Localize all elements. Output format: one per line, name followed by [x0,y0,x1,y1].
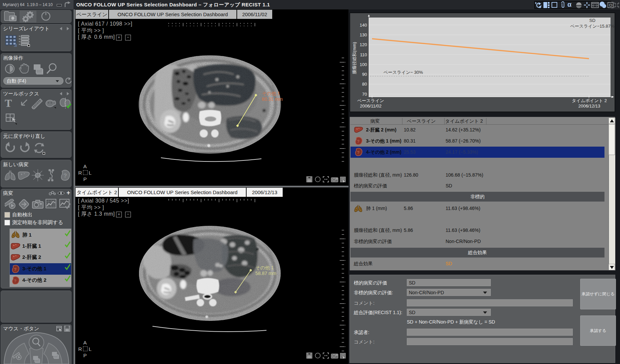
svg-text:?: ? [357,139,360,144]
svg-text:2006/11/02: 2006/11/02 [360,103,382,109]
svg-text:その他 1: その他 1 [262,91,280,96]
svg-text:?: ? [357,150,360,155]
svg-text:SD: SD [589,18,595,23]
svg-text:100: 100 [360,62,367,67]
svg-text:ベースライン− 30%: ベースライン− 30% [384,70,423,75]
svg-text:90: 90 [362,72,367,77]
svg-text:ベースライン: ベースライン [357,98,384,103]
svg-text:?: ? [14,278,17,283]
svg-text:?: ? [63,173,67,179]
svg-text:?: ? [14,267,17,272]
svg-text:その他 1: その他 1 [255,265,274,270]
svg-text:130: 130 [360,32,367,37]
svg-text:120: 120 [360,42,367,47]
svg-text:2006/12/13: 2006/12/13 [578,103,600,109]
svg-text:腫癅径総和(mm): 腫癅径総和(mm) [352,42,357,74]
svg-text:80: 80 [362,82,367,87]
svg-text:タイムポイント 2: タイムポイント 2 [572,98,607,103]
svg-text:ベースライン−15.87%: ベースライン−15.87% [570,24,615,29]
svg-text:58.87 mm: 58.87 mm [255,271,276,276]
svg-text:70: 70 [362,92,367,97]
svg-text:110: 110 [360,52,367,57]
svg-text:D: D [609,3,612,8]
svg-text:80.31 mm: 80.31 mm [262,96,283,102]
svg-text:140: 140 [360,23,367,28]
